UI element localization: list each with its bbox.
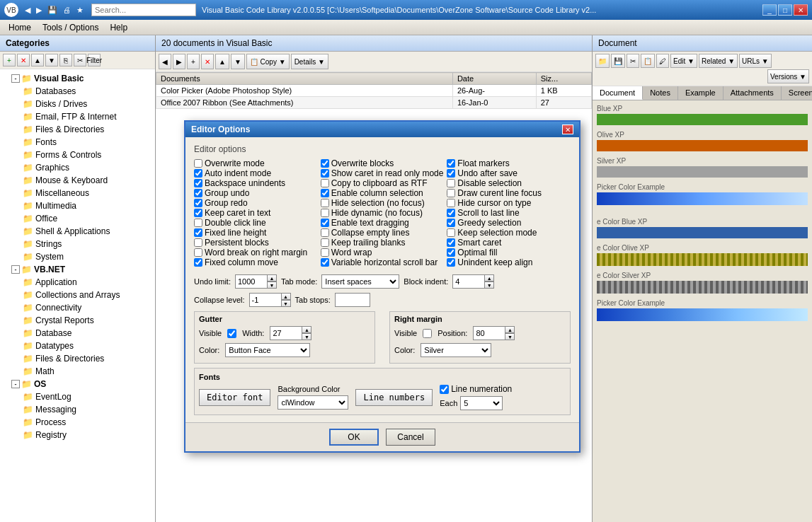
cb-keep-trailing[interactable]: Keep trailing blanks <box>321 238 445 248</box>
sidebar-item-disks[interactable]: 📁Disks / Drives <box>0 98 155 110</box>
sidebar-item-files[interactable]: 📁Files & Directories <box>0 123 155 136</box>
sidebar-item-graphics[interactable]: 📁Graphics <box>0 161 155 174</box>
versions-btn[interactable]: Versions ▼ <box>767 69 809 83</box>
gutter-visible-cb[interactable] <box>227 329 236 338</box>
block-down-btn[interactable]: ▼ <box>484 282 494 289</box>
sidebar-item-collections[interactable]: 📁Collections and Arrays <box>0 289 155 301</box>
cb-backspace[interactable]: Backspace unindents <box>194 178 318 188</box>
sidebar-item-misc[interactable]: 📁Miscellaneous <box>0 187 155 199</box>
line-numeration-cb-row[interactable]: Line numeration <box>440 384 512 394</box>
block-up-btn[interactable]: ▲ <box>484 274 494 282</box>
print-btn[interactable]: 🖨 <box>61 4 73 16</box>
sidebar-item-connectivity[interactable]: 📁Connectivity <box>0 301 155 314</box>
add-btn[interactable]: + <box>3 54 16 66</box>
sidebar-item-eventlog[interactable]: 📁EventLog <box>0 390 155 403</box>
bg-color-select[interactable]: clWindow White Yellow <box>278 395 348 410</box>
menu-help[interactable]: Help <box>104 21 133 34</box>
table-row[interactable]: Color Picker (Adobe Photoshop Style) 26-… <box>156 85 592 97</box>
cb-scroll-last[interactable]: Scroll to last line <box>447 208 571 218</box>
sidebar-item-visual-basic[interactable]: - 📁 Visual Basic <box>0 72 155 85</box>
undo-limit-input[interactable]: 1000 <box>235 274 267 289</box>
sidebar-item-forms[interactable]: 📁Forms & Controls <box>0 149 155 161</box>
tab-document[interactable]: Document <box>593 86 643 100</box>
back-btn[interactable]: ◀ <box>23 4 33 16</box>
sidebar-item-database[interactable]: 📁Database <box>0 327 155 340</box>
sidebar-item-files-dir[interactable]: 📁Files & Directories <box>0 352 155 365</box>
edit-btn[interactable]: Edit ▼ <box>670 54 697 68</box>
nav-back[interactable]: ◀ <box>159 54 171 69</box>
cut-btn[interactable]: ✂ <box>74 54 86 66</box>
block-indent-input[interactable]: 4 <box>452 274 484 289</box>
sidebar-item-os[interactable]: - 📁 OS <box>0 378 155 390</box>
cb-hide-cursor[interactable]: Hide cursor on type <box>447 198 571 208</box>
nav-fwd[interactable]: ▶ <box>173 54 185 69</box>
cb-draw-cur[interactable]: Draw curent line focus <box>447 188 571 198</box>
sidebar-item-databases[interactable]: 📁Databases <box>0 85 155 98</box>
star-btn[interactable]: ★ <box>74 4 86 16</box>
each-select[interactable]: 5 1 2 10 <box>460 396 503 410</box>
ok-button[interactable]: OK <box>329 429 379 446</box>
save-btn[interactable]: 💾 <box>45 4 59 16</box>
cb-group-redo[interactable]: Group redo <box>194 198 318 208</box>
cb-overwrite-blocks[interactable]: Overwrite blocks <box>321 158 445 168</box>
related-btn[interactable]: Related ▼ <box>699 54 738 68</box>
cb-undo-save[interactable]: Undo after save <box>447 168 571 178</box>
down-doc[interactable]: ▼ <box>231 54 245 69</box>
fwd-btn[interactable]: ▶ <box>34 4 44 16</box>
margin-down-btn[interactable]: ▼ <box>505 333 515 340</box>
collapse-input[interactable]: -1 <box>249 293 281 307</box>
margin-visible-cb[interactable] <box>423 329 432 338</box>
up-btn[interactable]: ▲ <box>31 54 44 66</box>
gutter-up-btn[interactable]: ▲ <box>302 326 311 333</box>
cb-fixed-col[interactable]: Fixed column move <box>194 257 318 267</box>
copy-doc[interactable]: 📋 Copy ▼ <box>246 54 290 69</box>
cb-greedy[interactable]: Greedy selection <box>447 218 571 228</box>
minimize-btn[interactable]: _ <box>762 4 777 16</box>
table-row[interactable]: Office 2007 Ribbon (See Attachments) 16-… <box>156 97 592 109</box>
sidebar-item-office[interactable]: 📁Office <box>0 212 155 225</box>
cb-fixed-line[interactable]: Fixed line height <box>194 228 318 238</box>
gutter-down-btn[interactable]: ▼ <box>302 333 311 340</box>
sidebar-item-system[interactable]: 📁System <box>0 250 155 263</box>
sidebar-item-shell[interactable]: 📁Shell & Applications <box>0 225 155 238</box>
tab-mode-select[interactable]: Insert spaces Use tabs Smart tabs <box>321 274 399 289</box>
cb-variable-hscroll[interactable]: Variable horizontal scroll bar <box>321 257 445 267</box>
details-doc[interactable]: Details ▼ <box>291 54 328 69</box>
sidebar-item-messaging[interactable]: 📁Messaging <box>0 403 155 416</box>
tab-screenshots[interactable]: Screenshots <box>782 86 812 100</box>
filter-btn[interactable]: Filter <box>88 54 101 66</box>
cb-keep-caret[interactable]: Keep caret in text <box>194 208 318 218</box>
cb-enable-drag[interactable]: Enable text dragging <box>321 218 445 228</box>
gutter-color-select[interactable]: Button Face White Silver <box>225 343 310 357</box>
del-doc[interactable]: ✕ <box>201 54 214 69</box>
sidebar-item-strings[interactable]: 📁Strings <box>0 238 155 250</box>
cb-keep-sel-mode[interactable]: Keep selection mode <box>447 228 571 238</box>
sidebar-item-registry[interactable]: 📁Registry <box>0 429 155 441</box>
cb-persistent[interactable]: Persistent blocks <box>194 238 318 248</box>
del-btn[interactable]: ✕ <box>17 54 30 66</box>
rt-btn4[interactable]: 📋 <box>641 54 655 68</box>
down-btn[interactable]: ▼ <box>45 54 58 66</box>
undo-up-btn[interactable]: ▲ <box>267 274 277 282</box>
block-indent-spinner[interactable]: 4 ▲ ▼ <box>452 274 494 289</box>
cb-dbl-click[interactable]: Double click line <box>194 218 318 228</box>
copy-btn[interactable]: ⎘ <box>59 54 72 66</box>
margin-color-select[interactable]: Silver Gray Black <box>421 343 491 357</box>
cb-word-break[interactable]: Word break on right margin <box>194 248 318 257</box>
sidebar-item-vbnet[interactable]: - 📁 VB.NET <box>0 263 155 276</box>
menu-tools[interactable]: Tools / Options <box>37 21 104 34</box>
toggle-vbnet[interactable]: - <box>11 265 20 274</box>
cb-collapse-empty[interactable]: Collapse empty lines <box>321 228 445 238</box>
line-numbers-btn[interactable]: Line numbers <box>355 389 433 406</box>
maximize-btn[interactable]: □ <box>778 4 792 16</box>
menu-home[interactable]: Home <box>3 21 37 34</box>
up-doc[interactable]: ▲ <box>215 54 229 69</box>
cb-auto-indent[interactable]: Auto indent mode <box>194 168 318 178</box>
toggle-vb[interactable]: - <box>11 74 20 83</box>
search-input[interactable] <box>91 4 196 16</box>
cb-disable-sel[interactable]: Disable selection <box>447 178 571 188</box>
close-btn[interactable]: ✕ <box>794 4 808 16</box>
sidebar-item-multimedia[interactable]: 📁Multimedia <box>0 199 155 212</box>
cancel-button[interactable]: Cancel <box>386 429 435 446</box>
urls-btn[interactable]: URLs ▼ <box>739 54 772 68</box>
